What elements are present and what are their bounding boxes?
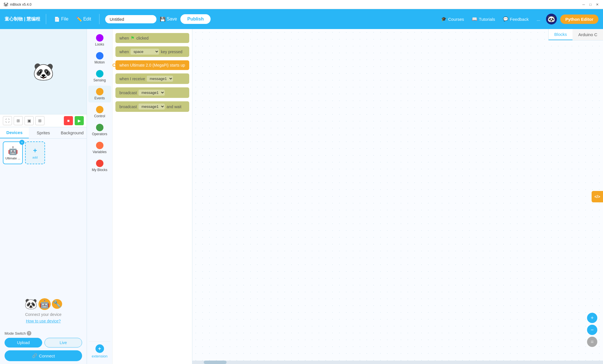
device-card-label: Ultimate ...	[5, 157, 21, 160]
upload-mode-button[interactable]: Upload	[5, 338, 42, 347]
block-when-starts-up[interactable]: when Ultimate 2.0 (MegaPi) starts up	[115, 60, 189, 70]
category-events[interactable]: Events	[88, 86, 111, 102]
view-controls: ⛶ ⊞ ▣ ⊞ ■ ▶	[0, 114, 87, 127]
sensing-dot	[96, 70, 103, 77]
tab-arduino-c[interactable]: Arduino C	[573, 29, 603, 40]
left-panel-tabs: Devices Sprites Background	[0, 127, 87, 139]
tool-icon2: 🔧	[52, 299, 62, 309]
zoom-in-button[interactable]: +	[587, 313, 597, 323]
operators-label: Operators	[92, 132, 107, 136]
device-icon-area: 🐼 🤖 🔧	[5, 298, 82, 310]
variables-dot	[96, 142, 103, 149]
block-when-key-pressed[interactable]: when space up arrow down arrow key press…	[115, 46, 189, 57]
my-blocks-dot	[96, 160, 103, 167]
when-starts-text: when Ultimate 2.0 (MegaPi) starts up	[119, 63, 185, 67]
events-label: Events	[94, 96, 105, 100]
block-when-receive[interactable]: when I receive message1	[115, 73, 189, 84]
category-operators[interactable]: Operators	[88, 122, 111, 138]
category-control[interactable]: Control	[88, 104, 111, 120]
connect-button[interactable]: 🔗 Connect	[5, 350, 82, 361]
device-close-button[interactable]: ×	[19, 140, 25, 145]
extension-icon: +	[95, 344, 104, 353]
save-button[interactable]: 💾 Save	[160, 17, 177, 22]
maximize-button[interactable]: □	[588, 2, 593, 7]
zoom-out-button[interactable]: −	[587, 325, 597, 335]
block-broadcast-wait[interactable]: broadcast message1 and wait	[115, 101, 189, 112]
scroll-thumb[interactable]	[204, 361, 227, 364]
play-button[interactable]: ▶	[75, 116, 84, 125]
when-receive-text: when I receive	[119, 77, 145, 81]
file-menu-button[interactable]: 📄 File	[52, 15, 71, 23]
brand-label: 童心制物 | 慧编程	[5, 16, 40, 22]
grid-view-button[interactable]: ⊞	[35, 116, 44, 125]
main-layout: 🐼 ⛶ ⊞ ▣ ⊞ ■ ▶ Devices Sprites Background…	[0, 29, 603, 364]
more-menu-button[interactable]: ...	[534, 16, 543, 23]
category-looks[interactable]: Looks	[88, 32, 111, 49]
link-icon: 🔗	[32, 353, 37, 358]
zoom-reset-button[interactable]: =	[587, 337, 597, 347]
add-label: add	[32, 156, 38, 159]
message-select-3[interactable]: message1	[138, 104, 165, 110]
block-when-clicked[interactable]: when ⚑ clicked	[115, 33, 189, 43]
tab-sprites[interactable]: Sprites	[29, 127, 58, 138]
message-select-1[interactable]: message1	[147, 76, 173, 82]
stop-button[interactable]: ■	[64, 116, 73, 125]
block-connector-dot	[113, 63, 116, 67]
message-select-2[interactable]: message1	[138, 90, 165, 96]
courses-link[interactable]: 🎓 Courses	[439, 15, 466, 23]
sensing-label: Sensing	[93, 78, 106, 82]
category-my-blocks[interactable]: My Blocks	[88, 157, 111, 174]
key-select[interactable]: space up arrow down arrow	[131, 49, 159, 55]
mode-switch-area: Mode Switch ? Upload Live 🔗 Connect	[0, 328, 87, 364]
robot-icon: 🤖	[38, 298, 51, 310]
python-editor-button[interactable]: Python Editor	[560, 15, 598, 24]
category-variables[interactable]: Variables	[88, 139, 111, 156]
edit-menu-button[interactable]: ✏️ Edit	[74, 15, 93, 23]
code-icon: </>	[594, 194, 600, 199]
tab-background[interactable]: Background	[58, 127, 87, 138]
category-sidebar: Looks Motion Sensing Events Control Oper…	[87, 29, 113, 364]
canvas-panel: Blocks Arduino C </> + − =	[192, 29, 603, 364]
motion-dot	[96, 52, 103, 59]
user-avatar[interactable]: 🐼	[546, 14, 557, 24]
live-mode-button[interactable]: Live	[44, 338, 82, 347]
tab-blocks[interactable]: Blocks	[549, 29, 573, 40]
full-screen-button[interactable]: ⛶	[3, 116, 12, 125]
app-logo-icon: 🐼	[3, 2, 8, 7]
how-to-use-link[interactable]: How to use device?	[26, 319, 61, 323]
app-title: mBlock v5.4.0	[10, 3, 581, 7]
canvas-tabs: Blocks Arduino C	[548, 29, 603, 40]
half-screen-button[interactable]: ⊞	[14, 116, 23, 125]
extension-label: extension	[92, 354, 108, 358]
left-panel: 🐼 ⛶ ⊞ ▣ ⊞ ■ ▶ Devices Sprites Background…	[0, 29, 87, 364]
courses-icon: 🎓	[441, 17, 447, 22]
mode-switch-label: Mode Switch ?	[5, 331, 82, 336]
file-icon: 📄	[54, 17, 60, 22]
block-broadcast[interactable]: broadcast message1	[115, 87, 189, 98]
category-sensing[interactable]: Sensing	[88, 68, 111, 85]
add-device-button[interactable]: + add	[25, 141, 45, 164]
feedback-icon: 💬	[503, 17, 508, 22]
preview-area: 🐼	[0, 29, 87, 114]
tab-devices[interactable]: Devices	[0, 127, 29, 138]
code-toggle-button[interactable]: </>	[592, 191, 603, 202]
looks-label: Looks	[95, 42, 104, 46]
device-card-ultimate[interactable]: × 🤖 Ultimate ...	[3, 141, 23, 164]
minimize-button[interactable]: ─	[581, 2, 586, 7]
publish-button[interactable]: Publish	[180, 14, 211, 24]
close-button[interactable]: ✕	[595, 2, 600, 7]
titlebar: 🐼 mBlock v5.4.0 ─ □ ✕	[0, 0, 603, 9]
feedback-link[interactable]: 💬 Feedback	[501, 15, 531, 23]
category-motion[interactable]: Motion	[88, 50, 111, 67]
variables-label: Variables	[93, 150, 107, 154]
events-dot	[96, 88, 103, 95]
extension-button[interactable]: + extension	[89, 341, 111, 361]
tutorials-link[interactable]: 📖 Tutorials	[470, 15, 497, 23]
small-screen-button[interactable]: ▣	[25, 116, 34, 125]
panda-icon: 🐼	[25, 298, 37, 310]
toolbar-divider2	[99, 14, 99, 24]
control-dot	[96, 106, 103, 113]
project-title-input[interactable]	[105, 15, 156, 23]
canvas-scrollbar[interactable]	[192, 361, 603, 364]
looks-dot	[96, 34, 103, 42]
